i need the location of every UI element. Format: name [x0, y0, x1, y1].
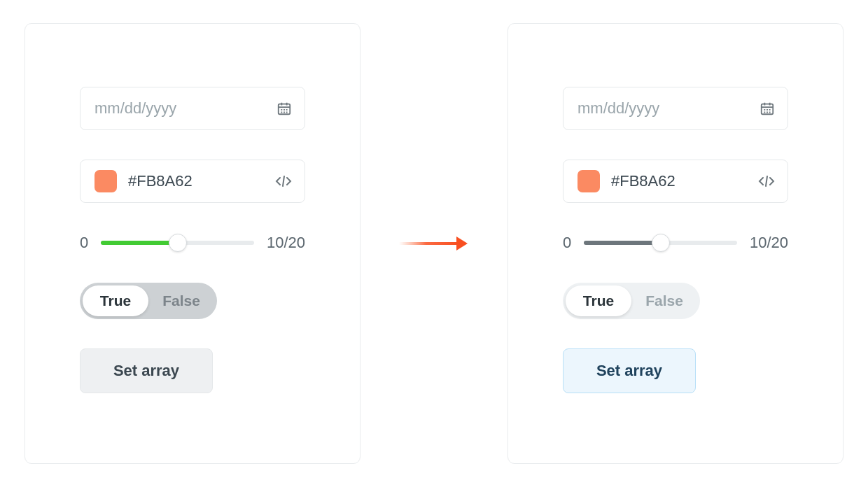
- date-field[interactable]: mm/dd/yyyy: [80, 87, 305, 130]
- slider-readout: 10/20: [267, 234, 305, 252]
- slider-knob[interactable]: [169, 234, 187, 252]
- slider-min: 0: [563, 234, 571, 252]
- slider-row: 0 10/20: [563, 232, 788, 253]
- color-swatch: [578, 170, 600, 192]
- slider[interactable]: [101, 232, 254, 253]
- color-field[interactable]: #FB8A62: [80, 160, 305, 203]
- slider-fill: [584, 241, 660, 245]
- color-swatch: [94, 170, 117, 192]
- arrow-icon: [399, 235, 469, 252]
- controls-card-left: mm/dd/yyyy #FB8A62 0 10/20: [24, 23, 360, 464]
- color-value: #FB8A62: [128, 172, 192, 190]
- date-field[interactable]: mm/dd/yyyy: [563, 87, 788, 130]
- slider-fill: [101, 241, 177, 245]
- code-icon: [758, 174, 775, 188]
- set-array-label: Set array: [113, 362, 179, 380]
- slider-min: 0: [80, 234, 88, 252]
- slider[interactable]: [584, 232, 737, 253]
- controls-card-right: mm/dd/yyyy #FB8A62 0 10/20: [507, 23, 844, 464]
- svg-rect-1: [399, 242, 459, 245]
- toggle-false[interactable]: False: [148, 285, 214, 316]
- color-value: #FB8A62: [611, 172, 676, 190]
- set-array-label: Set array: [596, 362, 662, 380]
- slider-knob[interactable]: [652, 234, 670, 252]
- set-array-button[interactable]: Set array: [80, 348, 213, 393]
- color-field[interactable]: #FB8A62: [563, 160, 788, 203]
- set-array-button[interactable]: Set array: [563, 348, 696, 393]
- calendar-icon: [760, 101, 775, 116]
- date-placeholder: mm/dd/yyyy: [94, 99, 176, 118]
- date-placeholder: mm/dd/yyyy: [578, 99, 659, 118]
- boolean-toggle[interactable]: True False: [563, 283, 700, 319]
- toggle-true[interactable]: True: [566, 285, 631, 316]
- code-icon: [275, 174, 292, 188]
- toggle-true[interactable]: True: [83, 285, 148, 316]
- slider-row: 0 10/20: [80, 232, 305, 253]
- slider-readout: 10/20: [750, 234, 788, 252]
- calendar-icon: [276, 101, 292, 116]
- boolean-toggle[interactable]: True False: [80, 283, 217, 319]
- toggle-false[interactable]: False: [631, 285, 697, 316]
